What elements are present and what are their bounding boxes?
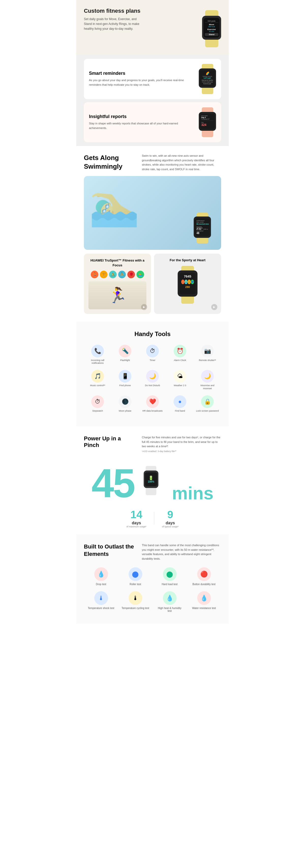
hw-swim-icon: 🏊 <box>184 280 188 284</box>
dur-icon-waterresist: 💧 <box>197 591 211 605</box>
tool-item-6: 📱 Find phone <box>113 370 136 390</box>
tool-label-7: Do Not Disturb <box>145 384 160 387</box>
power-unit: mins <box>172 484 213 502</box>
sr-letsgo: Let's go! <box>201 77 213 79</box>
tool-icon-1: 🔦 <box>119 345 131 358</box>
dur-label-waterresist: Water resistance test <box>192 607 216 610</box>
tool-item-2: ⏱ Timer <box>141 345 164 365</box>
tool-icon-3: ⏰ <box>174 345 186 358</box>
watch-body-ir: This week Day 4 Completed 4/7 Avg 324 <box>199 112 216 131</box>
hw-screen: 7645 🏃 🏊 🚴 💙 280 <box>179 273 196 294</box>
fitness-content: Custom fitness plans Set daily goals for… <box>84 8 197 32</box>
dur-label-roller: Roller test <box>130 583 141 586</box>
hw-bike-icon: 🚴 <box>188 280 191 284</box>
durability-row-1: 💧 Drop test ⬤ Roller test ⬤ Hard load te… <box>84 567 221 586</box>
fitness-section: Custom fitness plans Set daily goals for… <box>76 0 229 55</box>
hw-body: 7645 🏃 🏊 🚴 💙 280 <box>178 271 198 297</box>
tool-label-3: Alarm Clock <box>174 359 186 362</box>
dur-label-hardload: Hard load test <box>162 583 177 586</box>
watch-body: Edit goals Move 300 kcal Exercise 30 min… <box>202 16 221 40</box>
sr-message: Exercise for another 5 min to reach your… <box>201 80 213 85</box>
sporty-title: For the Sporty at Heart <box>170 258 206 262</box>
sw-pace-value: 2'21" /100 m <box>197 227 208 230</box>
tool-icon-6: 📱 <box>119 370 131 382</box>
hw-band-top <box>181 266 194 271</box>
pw-battery-icon: 🔋 <box>148 475 154 480</box>
ir-day: Day 4 <box>201 117 213 118</box>
swim-desc: Swim to win, with an all-new nine-axis s… <box>142 154 221 172</box>
ir-completed: Completed 4/7 <box>201 118 213 120</box>
sport-icon-ball: ⛹️ <box>118 271 126 278</box>
tool-label-1: Flashlight <box>120 359 130 362</box>
insightful-desc: Stay in shape with weekly reports that s… <box>89 121 195 130</box>
tools-row-2: 🎵 Music control²³ 📱 Find phone 🌙 Do Not … <box>84 370 221 390</box>
power-days-row: 14 days of maximum usage¹ 9 days of typi… <box>84 508 221 528</box>
dur-item-button: 🔴 Button durability test <box>190 567 218 586</box>
tool-icon-11: 🌑 <box>119 395 131 408</box>
swim-person-emoji: 🏊‍♂️ <box>89 181 140 229</box>
power-max-num: 14 <box>126 508 146 521</box>
reminders-section: Smart reminders As you go about your day… <box>76 55 229 146</box>
tool-label-14: Lock screen password <box>196 410 219 413</box>
tool-label-6: Find phone <box>119 384 131 387</box>
watch-band-bottom <box>205 40 218 47</box>
tool-label-5: Music control²³ <box>90 384 105 387</box>
tool-label-0: Incoming call notifications <box>86 359 109 365</box>
tool-label-8: Weather 2 0 <box>174 384 186 387</box>
tool-icon-14: 🔒 <box>201 395 214 408</box>
dur-label-highheat: High heat & humidity test <box>156 607 184 612</box>
smart-reminders-desc: As you go about your day and progress to… <box>89 78 195 87</box>
ir-divider <box>201 121 213 121</box>
tool-item-12: ❤️ HR data broadcasts <box>141 395 164 413</box>
dur-icon-tempcycle: 🌡 <box>129 591 142 605</box>
pw-body: 🔋 198% <box>144 470 158 488</box>
power-visual: 45 🔋 198% mins <box>84 458 221 503</box>
insightful-text: Insightful reports Stay in shape with we… <box>89 114 195 130</box>
tool-icon-0: 📞 <box>91 345 104 358</box>
power-number: 45 <box>92 463 134 503</box>
sport-icons-row: 🏃 🏋️ 🚴 ⛹️ 🥊 🏊 <box>89 271 146 278</box>
dur-item-tempcycle: 🌡 Temperature cycling test <box>122 591 149 612</box>
insightful-title: Insightful reports <box>89 114 195 119</box>
tool-icon-7: 🌙 <box>146 370 159 382</box>
tool-item-4: 📷 Remote shutter²² <box>196 345 219 365</box>
tool-label-10: Stopwatch <box>92 410 103 413</box>
pw-battery-value: 198% <box>148 480 154 483</box>
next-arrow[interactable]: ▶ <box>211 304 217 310</box>
tool-icon-5: 🎵 <box>91 370 104 382</box>
dur-label-tempcycle: Temperature cycling test <box>122 607 149 610</box>
dur-label-tempshock: Temperature shock test <box>88 607 114 610</box>
dur-icon-drop: 💧 <box>94 567 108 581</box>
dur-label-drop: Drop test <box>96 583 106 586</box>
durability-row-2: 🌡 Temperature shock test 🌡 Temperature c… <box>84 591 221 612</box>
tools-title: Handy Tools <box>84 331 221 338</box>
tool-label-4: Remote shutter²² <box>199 359 216 362</box>
tool-item-8: 🌤 Weather 2 0 <box>169 370 192 390</box>
sports-person-placeholder: 🏃‍♀️ <box>89 281 146 309</box>
fitness-title: Custom fitness plans <box>84 8 197 14</box>
dur-item-tempshock: 🌡 Temperature shock test <box>87 591 115 612</box>
edit-goals: Edit goals <box>205 20 218 23</box>
tool-item-11: 🌑 Moon phase <box>113 395 136 413</box>
dur-icon-tempshock: 🌡 <box>94 591 108 605</box>
fitness-watch: Edit goals Move 300 kcal Exercise 30 min… <box>202 10 221 47</box>
sw-body: Performance Main stroke Breaststroke Avg… <box>194 216 211 238</box>
pw-band-bottom <box>146 488 156 495</box>
tool-label-12: HR data broadcasts <box>142 410 163 413</box>
tool-icon-9: 🌙 <box>201 370 214 382</box>
dur-icon-roller: ⬤ <box>129 567 142 581</box>
prev-arrow[interactable]: ▶ <box>141 304 147 310</box>
power-watch-device: 🔋 198% <box>144 466 158 495</box>
move-label: Move <box>205 23 218 26</box>
watch-band-top <box>205 10 218 16</box>
tool-item-9: 🌙 Moonrise and moonset <box>196 370 219 390</box>
dur-item-hardload: ⬤ Hard load test <box>156 567 184 586</box>
watch-screen: Edit goals Move 300 kcal Exercise 30 min… <box>204 18 219 38</box>
tool-item-3: ⏰ Alarm Clock <box>169 345 192 365</box>
sport-icon-run: 🏃 <box>91 271 98 278</box>
tool-label-13: Find band <box>175 410 185 413</box>
smart-reminders-watch: 🌈 Activity records Let's go! Exercise fo… <box>199 64 216 94</box>
fitness-description: Set daily goals for Move, Exercise, and … <box>84 17 140 32</box>
hw-icon-row: 🏃 🏊 🚴 💙 <box>181 280 194 284</box>
power-max-sublabel: of maximum usage¹ <box>126 525 146 528</box>
